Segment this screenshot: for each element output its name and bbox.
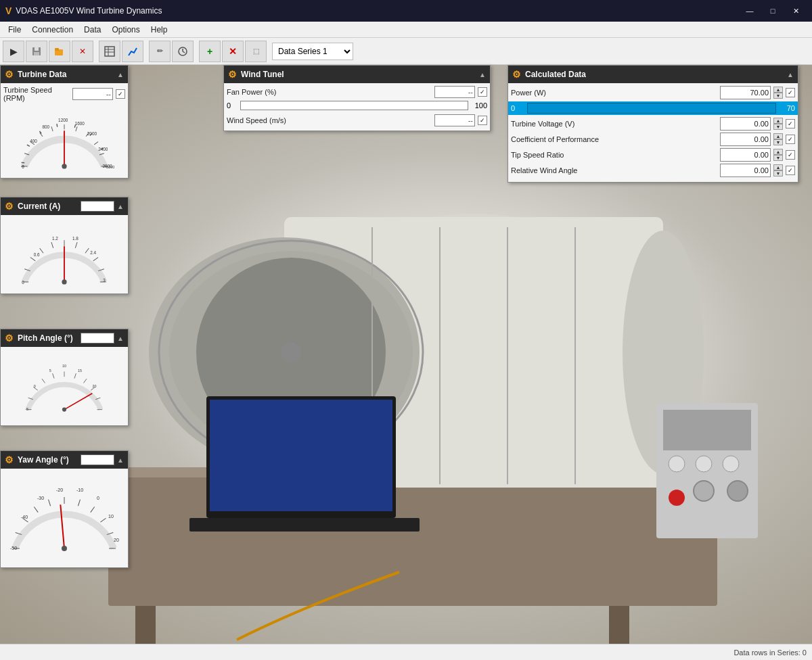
- svg-line-78: [51, 242, 53, 248]
- svg-line-97: [53, 373, 54, 378]
- save-button[interactable]: [26, 41, 47, 62]
- power-checkbox[interactable]: ✓: [786, 88, 795, 97]
- svg-point-92: [62, 279, 66, 284]
- coeff-spin-up[interactable]: ▲: [773, 133, 783, 139]
- voltage-label: Turbine Voltage (V): [511, 120, 717, 128]
- svg-rect-4: [55, 48, 59, 51]
- svg-line-49: [27, 145, 30, 146]
- rwa-spin-up[interactable]: ▲: [773, 164, 783, 170]
- power-spin-up[interactable]: ▲: [773, 87, 783, 93]
- pitch-collapse-btn[interactable]: ▲: [117, 335, 124, 342]
- svg-line-64: [51, 126, 53, 131]
- power-spin-down[interactable]: ▼: [773, 93, 783, 99]
- minimize-button[interactable]: —: [739, 3, 761, 19]
- open-button[interactable]: [49, 41, 70, 62]
- svg-line-47: [57, 124, 58, 126]
- coeff-spinbox[interactable]: ▲ ▼: [773, 133, 783, 145]
- turbine-collapse-btn[interactable]: ▲: [117, 71, 124, 78]
- tsr-spin-up[interactable]: ▲: [773, 149, 783, 155]
- voltage-row: Turbine Voltage (V) 0.00 ▲ ▼ ✓: [508, 117, 798, 131]
- power-label: Power (W): [511, 89, 717, 97]
- svg-point-32: [723, 456, 739, 472]
- play-button[interactable]: ▶: [3, 41, 24, 62]
- power-slider-track[interactable]: [527, 103, 776, 114]
- pitch-gauge: -5 0 5 10 15 20: [7, 352, 122, 420]
- menu-options[interactable]: Options: [106, 24, 145, 36]
- turbine-panel-title: Turbine Data: [18, 70, 66, 79]
- svg-line-81: [85, 248, 89, 253]
- tsr-spinbox[interactable]: ▲ ▼: [773, 149, 783, 161]
- calc-collapse-btn[interactable]: ▲: [787, 71, 794, 78]
- tsr-checkbox[interactable]: ✓: [786, 150, 795, 160]
- app-title: VDAS AE1005V Wind Turbine Dynamics: [16, 6, 739, 16]
- remove-button[interactable]: ✕: [222, 41, 244, 62]
- svg-text:1600: 1600: [75, 121, 85, 126]
- svg-point-72: [62, 164, 66, 168]
- turbine-panel-content: Turbine Speed (RPM) -- ✓ 0 400: [1, 83, 128, 178]
- voltage-checkbox[interactable]: ✓: [786, 119, 795, 128]
- series-select[interactable]: Data Series 1: [272, 43, 353, 60]
- slider-min-label: 0: [227, 101, 238, 110]
- rwa-value: 0.00: [720, 164, 771, 177]
- wind-collapse-btn[interactable]: ▲: [479, 71, 486, 78]
- svg-text:1.8: 1.8: [72, 236, 78, 241]
- fan-power-checkbox[interactable]: ✓: [478, 87, 487, 97]
- voltage-value: 0.00: [720, 117, 771, 131]
- menu-file[interactable]: File: [3, 24, 26, 36]
- yaw-panel: ⚙ Yaw Angle (°) ▲: [0, 450, 129, 568]
- svg-rect-29: [663, 410, 751, 450]
- coeff-checkbox[interactable]: ✓: [786, 135, 795, 144]
- export-button[interactable]: ⬚: [245, 41, 267, 62]
- delete-button[interactable]: ✕: [72, 41, 93, 62]
- menu-connection[interactable]: Connection: [26, 24, 78, 36]
- svg-line-76: [30, 258, 35, 261]
- tsr-spin-down[interactable]: ▼: [773, 155, 783, 161]
- voltage-spinbox[interactable]: ▲ ▼: [773, 118, 783, 130]
- current-collapse-btn[interactable]: ▲: [117, 203, 124, 210]
- svg-text:3200: 3200: [106, 165, 114, 169]
- yaw-panel-title: Yaw Angle (°): [18, 455, 69, 465]
- power-slider-row[interactable]: 0 70: [508, 101, 798, 115]
- coeff-spin-down[interactable]: ▼: [773, 139, 783, 145]
- svg-line-100: [83, 379, 87, 383]
- menu-help[interactable]: Help: [145, 24, 173, 36]
- calc-gear-icon: ⚙: [512, 69, 521, 80]
- svg-text:2000: 2000: [87, 131, 97, 136]
- svg-text:0: 0: [97, 496, 99, 500]
- wind-panel-content: Fan Power (%) -- ✓ 0 100 Wind Speed (m/s…: [224, 83, 490, 131]
- power-spinbox[interactable]: ▲ ▼: [773, 87, 783, 99]
- svg-text:1200: 1200: [58, 118, 68, 122]
- fan-slider-track[interactable]: [240, 101, 468, 110]
- svg-line-120: [91, 507, 95, 513]
- maximize-button[interactable]: □: [762, 3, 784, 19]
- clock-button[interactable]: [172, 41, 194, 62]
- svg-point-133: [62, 546, 67, 551]
- svg-text:10: 10: [62, 364, 66, 368]
- turbine-speed-gauge: 0 400: [7, 105, 122, 172]
- rwa-spin-down[interactable]: ▼: [773, 170, 783, 176]
- yaw-collapse-btn[interactable]: ▲: [117, 456, 124, 464]
- voltage-spin-down[interactable]: ▼: [773, 124, 783, 130]
- coeff-label: Coefficient of Performance: [511, 135, 717, 143]
- calc-panel-header: ⚙ Calculated Data ▲: [508, 66, 798, 83]
- svg-text:15: 15: [78, 369, 82, 373]
- svg-text:5: 5: [49, 369, 51, 373]
- rwa-spinbox[interactable]: ▲ ▼: [773, 164, 783, 176]
- rwa-checkbox[interactable]: ✓: [786, 166, 795, 175]
- fan-power-value: --: [434, 86, 475, 98]
- power-slider-fill: [528, 103, 775, 113]
- rwa-label: Relative Wind Angle: [511, 166, 717, 174]
- current-panel-content: 0 0.6 1.2 1.8 2.4 3: [1, 215, 128, 293]
- yaw-panel-content: -50 -40 -30 -20 -10 0 10 20: [1, 469, 128, 567]
- add-button[interactable]: +: [199, 41, 221, 62]
- table-button[interactable]: [99, 41, 120, 62]
- edit-button[interactable]: ✏: [149, 41, 171, 62]
- svg-line-77: [40, 248, 43, 253]
- wind-speed-checkbox[interactable]: ✓: [478, 116, 487, 125]
- chart-button[interactable]: [122, 41, 143, 62]
- calc-panel-content: Power (W) 70.00 ▲ ▼ ✓ 0 70 Turbine Volta…: [508, 83, 798, 182]
- turbine-speed-checkbox[interactable]: ✓: [116, 89, 125, 99]
- close-button[interactable]: ✕: [785, 3, 807, 19]
- menu-data[interactable]: Data: [78, 24, 106, 36]
- voltage-spin-up[interactable]: ▲: [773, 118, 783, 124]
